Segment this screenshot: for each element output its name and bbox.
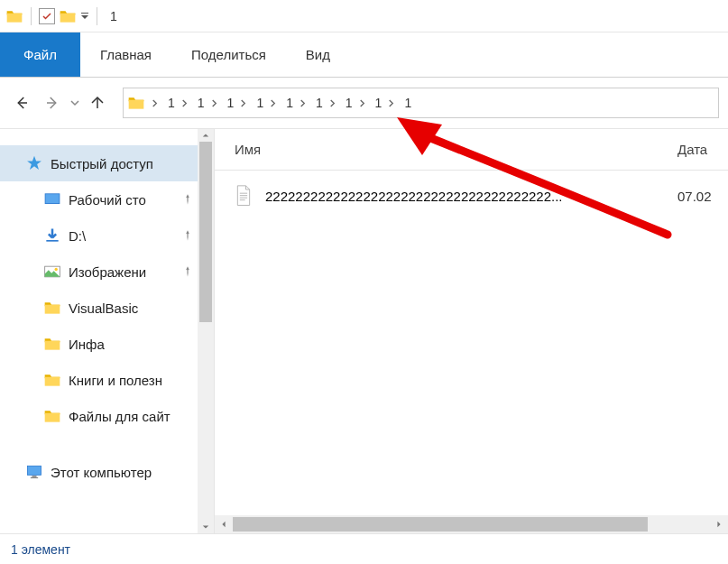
text-file-icon xyxy=(235,185,253,207)
recent-locations-icon[interactable] xyxy=(70,95,79,111)
file-row[interactable]: 22222222222222222222222222222222222222..… xyxy=(215,180,728,212)
column-header-name[interactable]: Имя xyxy=(235,142,677,157)
sidebar-item-label: Рабочий сто xyxy=(69,192,174,208)
svg-rect-6 xyxy=(28,466,41,475)
sidebar-item-folder[interactable]: VisualBasic xyxy=(0,290,214,326)
sidebar-item-label: Файлы для сайт xyxy=(69,409,194,424)
svg-rect-2 xyxy=(46,194,60,203)
scroll-right-icon[interactable] xyxy=(710,515,728,533)
window-title: 1 xyxy=(110,9,117,23)
pin-icon xyxy=(181,265,194,278)
scrollbar-thumb[interactable] xyxy=(199,142,212,322)
file-date: 07.02 xyxy=(677,189,728,204)
folder-icon xyxy=(43,299,61,317)
sidebar-scrollbar[interactable] xyxy=(198,129,214,533)
star-icon xyxy=(25,154,43,172)
title-bar: 1 xyxy=(0,0,728,32)
svg-rect-0 xyxy=(81,13,88,14)
file-list-pane: Имя Дата 2222222222222222222222222222222… xyxy=(215,129,728,533)
download-icon xyxy=(43,227,61,245)
breadcrumb-segment[interactable]: 1 xyxy=(340,95,368,111)
scroll-down-icon[interactable] xyxy=(198,521,214,533)
file-name: 22222222222222222222222222222222222222..… xyxy=(265,189,665,204)
pictures-icon xyxy=(43,263,61,281)
sidebar-item-this-pc[interactable]: Этот компьютер xyxy=(0,454,214,490)
breadcrumb-segment[interactable]: 1 xyxy=(251,95,279,111)
breadcrumb-segment[interactable]: 1 xyxy=(281,95,309,111)
svg-point-5 xyxy=(55,268,58,271)
svg-rect-8 xyxy=(31,477,38,478)
folder-icon xyxy=(43,371,61,389)
scroll-left-icon[interactable] xyxy=(215,515,233,533)
sidebar-item-label: VisualBasic xyxy=(69,300,194,316)
sidebar-item-label: D:\ xyxy=(69,228,174,244)
qat-properties-icon[interactable] xyxy=(39,8,55,24)
sidebar-item-desktop[interactable]: Рабочий сто xyxy=(0,181,214,217)
computer-icon xyxy=(25,463,43,481)
sidebar-item-label: Инфа xyxy=(69,337,194,352)
sidebar-item-folder[interactable]: Книги и полезн xyxy=(0,362,214,398)
tab-share[interactable]: Поделиться xyxy=(171,32,286,77)
navigation-bar: 1 1 1 1 1 1 1 1 1 xyxy=(0,78,728,128)
tab-home[interactable]: Главная xyxy=(80,32,171,77)
desktop-icon xyxy=(43,190,61,208)
content-hscrollbar[interactable] xyxy=(215,515,728,533)
address-bar[interactable]: 1 1 1 1 1 1 1 1 1 xyxy=(123,88,719,118)
folder-icon xyxy=(43,407,61,425)
sidebar-item-label: Книги и полезн xyxy=(69,373,194,388)
column-headers: Имя Дата xyxy=(215,129,728,171)
breadcrumb-segment[interactable]: 1 xyxy=(370,95,398,111)
breadcrumb-segment[interactable]: 1 xyxy=(399,96,417,110)
pin-icon xyxy=(181,229,194,242)
navigation-pane: Быстрый доступ Рабочий сто D:\ Изображен… xyxy=(0,129,215,533)
folder-icon xyxy=(127,94,145,112)
sidebar-item-pictures[interactable]: Изображени xyxy=(0,254,214,290)
breadcrumb-chevron[interactable] xyxy=(149,95,161,111)
tab-file[interactable]: Файл xyxy=(0,32,80,77)
sidebar-item-folder[interactable]: Инфа xyxy=(0,326,214,362)
sidebar-item-folder[interactable]: Файлы для сайт xyxy=(0,398,214,434)
back-button[interactable] xyxy=(9,90,34,116)
qat-new-folder-icon[interactable] xyxy=(59,7,77,25)
ribbon-tabs: Файл Главная Поделиться Вид xyxy=(0,32,728,78)
status-bar: 1 элемент xyxy=(0,533,728,564)
scrollbar-thumb[interactable] xyxy=(233,517,648,532)
forward-button[interactable] xyxy=(40,90,65,116)
tab-view[interactable]: Вид xyxy=(286,32,350,77)
sidebar-item-label: Быстрый доступ xyxy=(51,156,194,171)
folder-icon xyxy=(5,7,23,25)
scroll-up-icon[interactable] xyxy=(198,129,214,142)
breadcrumb-segment[interactable]: 1 xyxy=(162,95,190,111)
up-button[interactable] xyxy=(85,90,110,116)
breadcrumb-segment[interactable]: 1 xyxy=(222,95,250,111)
breadcrumb-segment[interactable]: 1 xyxy=(192,95,220,111)
sidebar-item-label: Изображени xyxy=(69,264,174,280)
separator xyxy=(97,7,97,25)
sidebar-item-quick-access[interactable]: Быстрый доступ xyxy=(0,145,214,181)
qat-dropdown-icon[interactable] xyxy=(80,12,89,21)
pin-icon xyxy=(181,193,194,206)
breadcrumb-segment[interactable]: 1 xyxy=(310,95,338,111)
sidebar-item-label: Этот компьютер xyxy=(51,465,194,480)
folder-icon xyxy=(43,335,61,353)
column-header-date[interactable]: Дата xyxy=(677,142,728,157)
svg-rect-3 xyxy=(46,240,58,242)
svg-rect-7 xyxy=(32,476,37,477)
sidebar-item-drive[interactable]: D:\ xyxy=(0,217,214,254)
status-item-count: 1 элемент xyxy=(11,542,70,557)
separator xyxy=(31,7,32,25)
